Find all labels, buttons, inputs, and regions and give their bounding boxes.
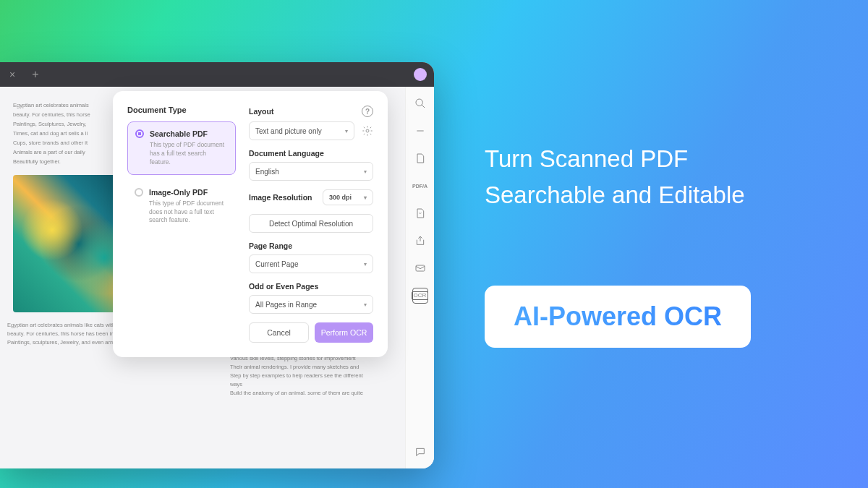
option-desc: This type of PDF document has a full tex…	[150, 141, 228, 167]
page-range-title: Page Range	[249, 241, 292, 250]
hero-headline: Turn Scanned PDF Searchable and Editable	[485, 141, 745, 213]
gear-icon[interactable]	[362, 125, 373, 137]
minus-icon[interactable]	[412, 123, 428, 139]
resolution-title: Image Resolution	[249, 193, 312, 202]
select-value: Current Page	[255, 260, 298, 268]
option-desc: This type of PDF document does not have …	[149, 200, 229, 226]
select-value: 300 dpi	[329, 194, 352, 201]
doc-line: Their animal renderings. I provide many …	[230, 363, 367, 372]
searchable-pdf-option[interactable]: Searchable PDF This type of PDF document…	[127, 121, 236, 175]
cancel-button[interactable]: Cancel	[249, 322, 309, 343]
radio-icon	[135, 129, 144, 138]
close-icon[interactable]: ×	[7, 69, 17, 80]
svg-point-0	[416, 99, 422, 106]
layout-select[interactable]: Text and picture only▾	[249, 121, 354, 140]
document-icon[interactable]	[412, 150, 428, 166]
hero-line: Searchable and Editable	[485, 177, 745, 213]
option-label: Image-Only PDF	[149, 188, 208, 197]
option-label: Searchable PDF	[150, 129, 208, 138]
search-icon[interactable]	[412, 95, 428, 111]
compress-icon[interactable]	[412, 205, 428, 221]
ocr-icon[interactable]: OCR	[412, 288, 428, 304]
detect-resolution-button[interactable]: Detect Optimal Resolution	[249, 214, 373, 233]
select-value: Text and picture only	[255, 127, 322, 135]
doc-line: Step by step examples to help readers se…	[230, 372, 367, 389]
document-type-title: Document Type	[127, 106, 236, 114]
language-title: Document Language	[249, 149, 324, 158]
layout-title: Layout	[249, 107, 273, 116]
page-range-select[interactable]: Current Page▾	[249, 254, 373, 273]
image-only-pdf-option[interactable]: Image-Only PDF This type of PDF document…	[127, 181, 236, 233]
comment-icon[interactable]	[412, 444, 428, 460]
perform-ocr-button[interactable]: Perform OCR	[315, 322, 373, 343]
pdfa-icon[interactable]: PDF/A	[412, 178, 428, 194]
help-icon[interactable]: ?	[362, 106, 373, 117]
resolution-select[interactable]: 300 dpi▾	[323, 189, 373, 205]
share-icon[interactable]	[412, 233, 428, 249]
app-window: × + Egyptian art celebrates animals beau…	[0, 62, 434, 468]
hero-badge: AI-Powered OCR	[485, 286, 751, 348]
new-tab-icon[interactable]: +	[30, 69, 41, 80]
svg-point-4	[366, 129, 369, 132]
ocr-dialog: Document Type Searchable PDF This type o…	[113, 91, 388, 357]
radio-icon	[135, 188, 143, 197]
hero-line: Turn Scanned PDF	[485, 141, 745, 177]
doc-line: Build the anatomy of an animal. some of …	[230, 389, 367, 398]
right-sidebar: PDF/A OCR	[405, 87, 434, 468]
odd-even-select[interactable]: All Pages in Range▾	[249, 295, 373, 314]
mail-icon[interactable]	[412, 260, 428, 276]
svg-rect-3	[416, 265, 425, 271]
titlebar: × +	[0, 62, 434, 87]
language-select[interactable]: English▾	[249, 162, 373, 181]
svg-line-1	[422, 105, 425, 108]
odd-even-title: Odd or Even Pages	[249, 282, 318, 291]
select-value: All Pages in Range	[255, 301, 317, 309]
avatar[interactable]	[414, 68, 427, 81]
select-value: English	[255, 168, 279, 176]
